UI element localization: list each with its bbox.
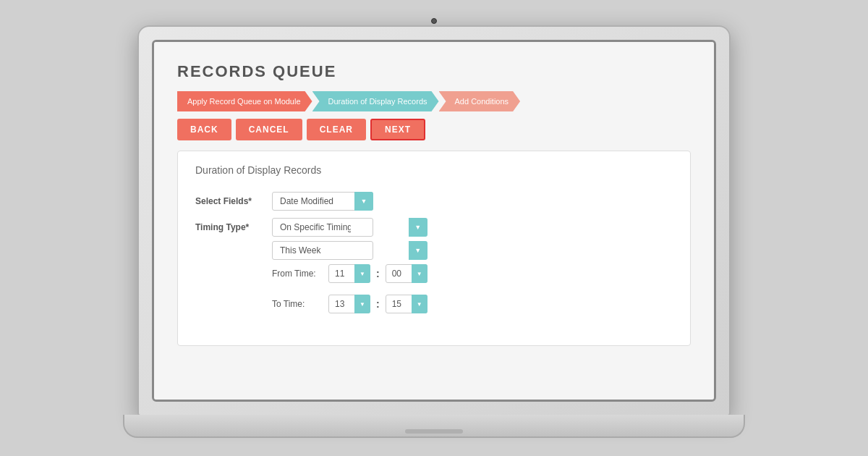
from-colon: : bbox=[376, 268, 380, 279]
timing-type-select[interactable]: On Specific Timing bbox=[272, 218, 373, 237]
step-duration-label: Duration of Display Records bbox=[328, 97, 427, 106]
clear-button[interactable]: CLEAR bbox=[307, 119, 366, 140]
to-minute-wrapper: 15 bbox=[386, 295, 427, 313]
to-minute-select[interactable]: 15 bbox=[386, 295, 427, 313]
to-time-label: To Time: bbox=[272, 299, 323, 309]
from-hour-wrapper: 11 bbox=[328, 264, 370, 283]
timing-controls: On Specific Timing This Week bbox=[272, 218, 427, 321]
from-minute-wrapper: 00 bbox=[386, 264, 427, 283]
form-card: Duration of Display Records Select Field… bbox=[177, 151, 691, 346]
timing-type-row: Timing Type* On Specific Timing This W bbox=[195, 218, 673, 321]
action-buttons: BACK CANCEL CLEAR NEXT bbox=[177, 119, 691, 140]
laptop-screen: RECORDS QUEUE Apply Record Queue on Modu… bbox=[152, 40, 716, 402]
step-apply[interactable]: Apply Record Queue on Module bbox=[177, 91, 312, 111]
from-minute-select[interactable]: 00 bbox=[386, 264, 427, 283]
webcam bbox=[431, 18, 437, 24]
to-hour-select[interactable]: 13 bbox=[328, 295, 370, 313]
select-fields-label: Select Fields* bbox=[195, 192, 260, 206]
laptop: RECORDS QUEUE Apply Record Queue on Modu… bbox=[123, 18, 745, 438]
from-time-label: From Time: bbox=[272, 269, 323, 279]
form-card-title: Duration of Display Records bbox=[195, 164, 673, 179]
to-time-row: To Time: 13 : 15 bbox=[272, 295, 427, 313]
select-fields-controls: Date Modified bbox=[272, 192, 373, 211]
step-apply-label: Apply Record Queue on Module bbox=[187, 97, 301, 106]
to-colon: : bbox=[376, 298, 380, 310]
period-arrow bbox=[409, 241, 427, 260]
page-title: RECORDS QUEUE bbox=[177, 62, 691, 81]
timing-type-arrow bbox=[409, 218, 427, 237]
next-button[interactable]: NEXT bbox=[370, 119, 425, 140]
timing-type-label: Timing Type* bbox=[195, 218, 260, 232]
select-fields-row: Select Fields* Date Modified bbox=[195, 192, 673, 211]
step-duration[interactable]: Duration of Display Records bbox=[312, 91, 439, 111]
to-hour-wrapper: 13 bbox=[328, 295, 370, 313]
select-fields-wrapper: Date Modified bbox=[272, 192, 373, 211]
steps-bar: Apply Record Queue on Module Duration of… bbox=[177, 91, 691, 111]
cancel-button[interactable]: CANCEL bbox=[236, 119, 302, 140]
from-hour-select[interactable]: 11 bbox=[328, 264, 370, 283]
select-fields-input[interactable]: Date Modified bbox=[272, 192, 373, 211]
step-conditions-label: Add Conditions bbox=[455, 97, 509, 106]
period-select[interactable]: This Week bbox=[272, 241, 373, 260]
from-time-row: From Time: 11 : 0 bbox=[272, 264, 427, 283]
period-wrapper: This Week bbox=[272, 241, 427, 260]
timing-type-wrapper: On Specific Timing bbox=[272, 218, 427, 237]
back-button[interactable]: BACK bbox=[177, 119, 231, 140]
screen-content: RECORDS QUEUE Apply Record Queue on Modu… bbox=[154, 42, 714, 400]
laptop-body: RECORDS QUEUE Apply Record Queue on Modu… bbox=[137, 25, 731, 416]
step-conditions[interactable]: Add Conditions bbox=[439, 91, 521, 111]
laptop-base bbox=[123, 415, 745, 438]
